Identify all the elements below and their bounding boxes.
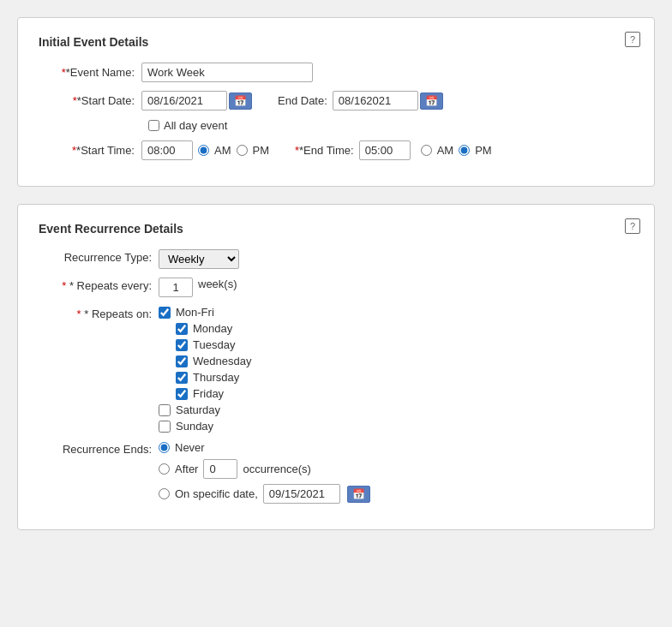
day-mon-fri-checkbox[interactable] [159, 307, 171, 319]
recurrence-ends-container: Never After occurrence(s) On specific da… [159, 441, 370, 504]
start-pm-label: PM [253, 144, 270, 157]
start-time-input[interactable] [141, 140, 193, 160]
day-tuesday-row: Tuesday [176, 338, 251, 351]
event-name-row: **Event Name: [39, 63, 633, 82]
ends-never-label: Never [175, 441, 205, 454]
day-thursday-row: Thursday [176, 371, 251, 384]
recurrence-help-icon[interactable]: ? [625, 218, 640, 234]
day-saturday-label: Saturday [176, 403, 220, 416]
day-sunday-row: Sunday [159, 420, 251, 433]
day-wednesday-row: Wednesday [176, 355, 251, 367]
ends-after-label: After [175, 463, 198, 475]
day-friday-row: Friday [176, 387, 251, 400]
end-pm-label: PM [475, 144, 492, 157]
end-time-ampm-group: AM PM [421, 144, 492, 157]
day-saturday-checkbox[interactable] [159, 404, 171, 416]
occurrences-label: occurrence(s) [243, 463, 310, 475]
start-pm-radio[interactable] [237, 145, 248, 156]
end-time-group: **End Time: AM PM [295, 140, 492, 160]
end-date-label: End Date: [278, 94, 327, 107]
day-mon-fri-row: Mon-Fri [159, 306, 251, 319]
occurrence-input[interactable] [203, 459, 237, 479]
day-tuesday-checkbox[interactable] [176, 339, 188, 351]
event-name-label: **Event Name: [39, 66, 141, 79]
start-time-ampm-group: AM PM [198, 144, 269, 157]
recurrence-card: Event Recurrence Details ? Recurrence Ty… [17, 204, 655, 530]
day-tuesday-label: Tuesday [193, 338, 235, 351]
start-date-label: **Start Date: [39, 94, 141, 107]
day-wednesday-label: Wednesday [193, 355, 251, 367]
end-am-radio[interactable] [421, 145, 432, 156]
ends-after-row: After occurrence(s) [159, 459, 370, 479]
end-date-group: End Date: 📅 [278, 91, 443, 110]
recurrence-title: Event Recurrence Details [39, 222, 633, 236]
day-sunday-checkbox[interactable] [159, 421, 171, 433]
day-thursday-label: Thursday [193, 371, 239, 384]
day-monday-row: Monday [176, 322, 251, 335]
day-mon-fri-label: Mon-Fri [176, 306, 214, 319]
recurrence-ends-row: Recurrence Ends: Never After occurrence(… [39, 441, 633, 504]
repeats-every-unit: week(s) [198, 278, 237, 290]
start-am-radio[interactable] [198, 145, 209, 156]
recurrence-type-row: Recurrence Type: Weekly Daily Monthly Ye… [39, 249, 633, 269]
allday-row: All day event [148, 119, 633, 132]
end-time-label: **End Time: [295, 144, 354, 157]
day-monday-checkbox[interactable] [176, 323, 188, 335]
end-time-input[interactable] [359, 140, 411, 160]
ends-specific-radio[interactable] [159, 488, 170, 499]
initial-event-help-icon[interactable]: ? [625, 32, 640, 47]
end-date-calendar-button[interactable]: 📅 [420, 93, 443, 110]
repeats-on-label: * * Repeats on: [39, 306, 159, 320]
ends-never-radio[interactable] [159, 442, 170, 453]
ends-never-row: Never [159, 441, 370, 454]
ends-specific-row: On specific date, 📅 [159, 484, 370, 504]
initial-event-card: Initial Event Details ? **Event Name: **… [17, 17, 655, 187]
day-wednesday-checkbox[interactable] [176, 355, 188, 367]
end-pm-radio[interactable] [459, 145, 470, 156]
times-row: **Start Time: AM PM **End Time: AM PM [39, 140, 633, 160]
specific-date-input[interactable] [263, 484, 340, 504]
day-friday-label: Friday [193, 387, 224, 400]
recurrence-ends-label: Recurrence Ends: [39, 441, 159, 456]
day-monday-label: Monday [193, 322, 232, 335]
event-name-input[interactable] [141, 63, 313, 82]
dates-row: **Start Date: 📅 End Date: 📅 [39, 91, 633, 110]
day-thursday-checkbox[interactable] [176, 372, 188, 384]
initial-event-title: Initial Event Details [39, 35, 633, 49]
repeats-every-input[interactable] [159, 278, 193, 297]
specific-date-calendar-button[interactable]: 📅 [347, 486, 370, 503]
day-sunday-label: Sunday [176, 420, 213, 433]
start-am-label: AM [214, 144, 231, 157]
start-time-label: **Start Time: [39, 144, 141, 157]
end-date-input[interactable] [333, 91, 418, 110]
end-am-label: AM [437, 144, 454, 157]
recurrence-type-label: Recurrence Type: [39, 249, 159, 264]
repeats-on-row: * * Repeats on: Mon-Fri Monday Tuesday W… [39, 306, 633, 433]
day-saturday-row: Saturday [159, 403, 251, 416]
repeats-every-row: * * Repeats every: week(s) [39, 278, 633, 297]
allday-checkbox[interactable] [148, 120, 159, 131]
ends-specific-label: On specific date, [175, 487, 258, 500]
repeats-every-label: * * Repeats every: [39, 278, 159, 292]
allday-label: All day event [164, 119, 227, 132]
ends-after-radio[interactable] [159, 463, 170, 475]
start-date-input[interactable] [141, 91, 227, 110]
start-date-calendar-button[interactable]: 📅 [229, 93, 252, 110]
day-friday-checkbox[interactable] [176, 388, 188, 400]
repeats-on-container: Mon-Fri Monday Tuesday Wednesday Thursda… [159, 306, 251, 433]
recurrence-type-select[interactable]: Weekly Daily Monthly Yearly [159, 249, 239, 269]
